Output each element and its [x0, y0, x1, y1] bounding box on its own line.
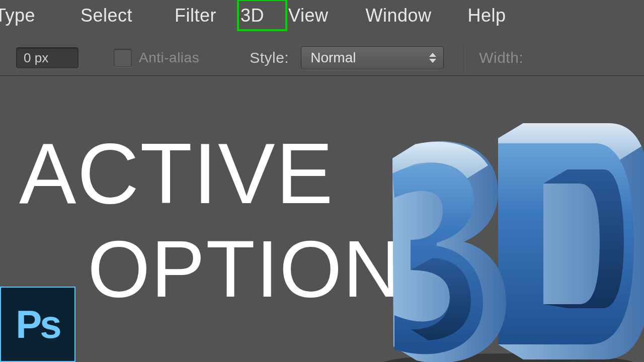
options-divider [464, 45, 465, 71]
photoshop-logo-text: Ps [16, 302, 59, 347]
antialias-label: Anti-alias [139, 50, 199, 66]
highlight-3d-menu [237, 0, 287, 31]
feather-field[interactable]: 0 px [16, 47, 78, 68]
style-select[interactable]: Normal [301, 46, 444, 69]
menu-help[interactable]: Help [461, 0, 513, 31]
menu-window[interactable]: Window [358, 0, 438, 31]
style-select-value: Normal [310, 50, 356, 66]
options-bar: 0 px Anti-alias Style: Normal Width: [0, 40, 644, 76]
photoshop-logo-icon: Ps [0, 287, 75, 362]
menu-select[interactable]: Select [73, 0, 139, 31]
antialias-checkbox[interactable] [114, 49, 132, 67]
menu-filter[interactable]: Filter [168, 0, 223, 31]
3d-logo-graphic [362, 116, 644, 362]
overlay-text-active: ACTIVE [19, 131, 334, 216]
menu-view[interactable]: View [281, 0, 335, 31]
overlay-text-option: OPTION [88, 229, 402, 309]
width-label: Width: [479, 49, 523, 66]
menu-type[interactable]: Type [0, 0, 44, 31]
style-label: Style: [250, 49, 289, 66]
select-stepper-icon [429, 53, 436, 63]
menu-bar: Type Select Filter 3D View Window Help [0, 0, 644, 31]
